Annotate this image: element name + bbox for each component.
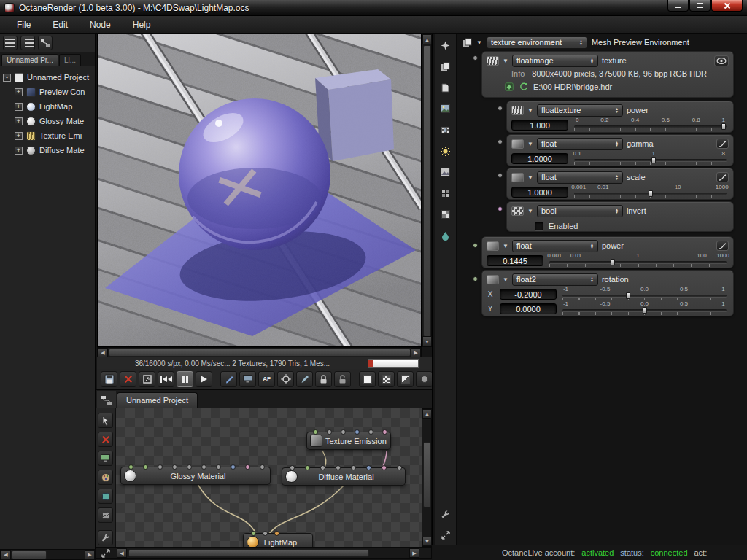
maximize-button[interactable] [689, 0, 711, 12]
port[interactable] [336, 465, 341, 470]
scroll-thumb[interactable] [423, 45, 431, 337]
port[interactable] [143, 464, 148, 470]
response-curve-button[interactable] [716, 139, 729, 149]
scale-slider[interactable]: 0.001 0.01 10 1000 [574, 184, 727, 200]
project-hscrollbar[interactable]: ◀ ▶ [0, 549, 96, 560]
material-palette-button[interactable] [98, 470, 113, 485]
slider-track[interactable] [574, 125, 727, 128]
expand-panel-icon[interactable] [98, 548, 114, 558]
scroll-right-icon[interactable]: ▶ [409, 548, 419, 558]
settings-wrench-icon[interactable] [98, 530, 113, 545]
node-type-dropdown[interactable]: floatimage ▲▼ [512, 55, 598, 67]
port[interactable] [231, 464, 236, 470]
render-region-button[interactable] [220, 371, 237, 387]
spinner-icon[interactable]: ▲▼ [590, 243, 594, 249]
collapse-arrow-icon[interactable]: ▼ [527, 208, 533, 214]
slider-thumb[interactable] [643, 307, 647, 314]
spinner-icon[interactable]: ▲▼ [579, 39, 583, 45]
subsample-display-button[interactable] [239, 371, 256, 387]
node-type-dropdown[interactable]: floattexture ▲▼ [537, 104, 623, 117]
scroll-left-icon[interactable]: ◀ [117, 548, 127, 558]
background-checker-button[interactable] [378, 371, 395, 387]
slider-thumb[interactable] [651, 157, 656, 163]
port[interactable] [351, 465, 356, 470]
image-icon[interactable] [438, 101, 454, 116]
scroll-down-icon[interactable]: ▼ [422, 537, 432, 546]
layers-icon[interactable] [438, 59, 454, 74]
camera-unlock-button[interactable] [334, 371, 351, 387]
port[interactable] [260, 464, 265, 470]
preview-eye-button[interactable] [714, 55, 729, 66]
camera-lock-button[interactable] [315, 371, 332, 387]
tree-view-icon[interactable] [3, 36, 18, 50]
sun-icon[interactable] [438, 144, 454, 158]
viewport-vscrollbar[interactable]: ▲ ▼ [422, 34, 432, 347]
response-curve-button[interactable] [716, 172, 729, 182]
list-view-icon[interactable] [20, 36, 35, 50]
port[interactable] [382, 429, 387, 435]
port[interactable] [274, 531, 279, 536]
slider-track[interactable] [562, 295, 727, 297]
env-power-slider[interactable]: 0.001 0.01 1 100 1000 [549, 253, 727, 268]
spinner-icon[interactable]: ▲▼ [615, 107, 619, 113]
slider-thumb[interactable] [626, 292, 630, 299]
scroll-right-icon[interactable]: ▶ [85, 550, 95, 560]
delete-node-button[interactable] [98, 432, 113, 447]
focus-picker-button[interactable] [277, 371, 294, 387]
background-solid-button[interactable] [359, 371, 376, 387]
close-button[interactable] [711, 0, 743, 12]
spinner-icon[interactable]: ▲▼ [590, 58, 594, 63]
resume-render-button[interactable] [196, 371, 212, 387]
tree-item-lightmap[interactable]: + LightMap [0, 99, 95, 114]
checker-icon[interactable] [438, 207, 454, 222]
droplet-icon[interactable] [438, 228, 454, 243]
render-priority-button[interactable] [416, 371, 433, 387]
port[interactable] [382, 465, 387, 470]
slider-track[interactable] [574, 159, 727, 161]
tab-unnamed-project[interactable]: Unnamed Pr... [1, 54, 58, 66]
render-node-button[interactable] [98, 451, 113, 466]
scale-value-input[interactable]: 1.0000 [511, 187, 568, 198]
port[interactable] [327, 429, 332, 435]
collapse-arrow-icon[interactable]: ▼ [527, 174, 533, 181]
collapse-arrow-icon[interactable]: ▼ [527, 141, 533, 147]
collapse-arrow-icon[interactable]: ▼ [527, 107, 533, 114]
scroll-right-icon[interactable]: ▶ [411, 348, 421, 357]
viewport-hscrollbar[interactable]: ◀ ▶ [97, 347, 422, 357]
node-type-dropdown[interactable]: float ▲▼ [537, 138, 623, 150]
port[interactable] [201, 464, 206, 470]
pause-render-button[interactable] [177, 371, 193, 387]
node-type-dropdown[interactable]: float ▲▼ [537, 171, 623, 184]
port[interactable] [172, 464, 177, 470]
port[interactable] [368, 429, 374, 435]
port[interactable] [366, 465, 371, 470]
pin-dot[interactable] [498, 173, 503, 178]
port[interactable] [313, 429, 318, 435]
minimize-button[interactable] [667, 0, 689, 12]
spinner-icon[interactable]: ▲▼ [590, 276, 594, 282]
port[interactable] [158, 464, 163, 470]
spinner-icon[interactable]: ▲▼ [615, 174, 619, 180]
settings-wrench-icon[interactable] [438, 507, 454, 521]
collapse-minus-icon[interactable]: - [3, 74, 11, 82]
spinner-icon[interactable]: ▲▼ [615, 141, 619, 147]
port[interactable] [263, 531, 268, 536]
white-balance-picker-button[interactable] [296, 371, 313, 387]
port[interactable] [290, 465, 295, 470]
expand-plus-icon[interactable]: + [15, 132, 23, 140]
node-texture-emission[interactable]: Texture Emission [306, 432, 391, 450]
restart-render-button[interactable] [158, 371, 174, 387]
port[interactable] [245, 464, 250, 470]
scroll-left-icon[interactable]: ◀ [1, 550, 11, 560]
spinner-icon[interactable]: ▲▼ [615, 208, 619, 214]
node-glossy-material[interactable]: Glossy Material [120, 467, 271, 485]
slider-thumb[interactable] [721, 123, 726, 130]
node-lightmap[interactable]: LightMap [243, 533, 313, 547]
node-graph-panel-icon[interactable] [97, 391, 116, 409]
expand-plus-icon[interactable]: + [15, 117, 23, 125]
root-type-dropdown[interactable]: texture environment ▲▼ [487, 36, 587, 49]
env-power-value-input[interactable]: 0.1445 [487, 255, 543, 266]
grid-icon[interactable] [438, 186, 454, 201]
node-graph-tab[interactable]: Unnamed Project [117, 392, 198, 409]
menu-file[interactable]: File [6, 16, 42, 34]
